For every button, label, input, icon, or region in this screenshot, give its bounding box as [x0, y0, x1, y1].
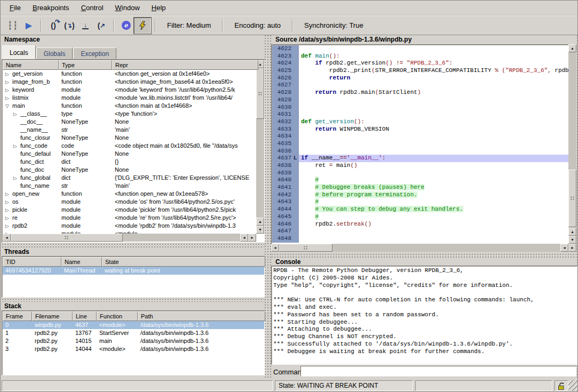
scroll-left-button[interactable]: ◄: [271, 244, 279, 252]
main-vertical-splitter[interactable]: [264, 35, 271, 379]
line-number-gutter[interactable]: 4642: [272, 191, 299, 199]
scroll-thumb[interactable]: [279, 244, 332, 252]
source-line[interactable]: 4642 # before program termination.: [272, 191, 568, 199]
table-row[interactable]: 1rpdb2.py13767StartServer/data/sys/bin/w…: [3, 329, 264, 337]
expander-icon[interactable]: ▷: [5, 70, 12, 78]
table-row[interactable]: 3rpdb2.py14044<module>/data/sys/bin/winp…: [3, 345, 264, 353]
column-header-tid[interactable]: TID: [3, 257, 61, 267]
line-number-gutter[interactable]: 4624: [272, 60, 299, 67]
line-number-gutter[interactable]: 4645: [272, 213, 299, 221]
line-number-gutter[interactable]: 4648: [272, 235, 299, 243]
line-number[interactable]: 4646: [272, 221, 291, 228]
table-row[interactable]: 46974534127920MainThreadwaiting at break…: [3, 267, 264, 275]
source-line[interactable]: 4630: [272, 104, 568, 111]
resize-grip[interactable]: [568, 380, 577, 391]
expander-icon[interactable]: ▷: [5, 206, 12, 214]
column-header-line[interactable]: Line: [73, 311, 97, 321]
line-number[interactable]: 4632: [272, 118, 291, 126]
menu-file[interactable]: File: [4, 1, 27, 14]
line-number[interactable]: 4638: [272, 162, 291, 170]
table-row[interactable]: 2rpdb2.py14015main/data/sys/bin/winpdb-1…: [3, 337, 264, 345]
source-line[interactable]: 4636: [272, 148, 568, 155]
source-line[interactable]: 4623def main():: [272, 53, 568, 60]
expander-icon[interactable]: ▷: [13, 174, 20, 182]
line-number-gutter[interactable]: 4634: [272, 133, 299, 140]
namespace-hscrollbar[interactable]: ◄ ◄ ►: [3, 234, 256, 242]
scroll-down-button[interactable]: ▼: [256, 226, 264, 234]
line-number[interactable]: 4633: [272, 126, 291, 133]
expander-icon[interactable]: ▷: [5, 198, 12, 206]
source-line[interactable]: 4629: [272, 97, 568, 104]
analyze-button[interactable]: [134, 18, 151, 34]
source-line[interactable]: 4646 rpdb2.setbreak(): [272, 221, 568, 228]
scroll-left-button[interactable]: ◄: [240, 234, 248, 242]
table-row[interactable]: ▷keywordmodule<module 'keyword' from '/u…: [3, 86, 256, 94]
line-number[interactable]: 4647: [272, 228, 291, 235]
table-row[interactable]: __name__str'main': [3, 126, 256, 134]
table-row[interactable]: func_closurNoneTypeNone: [3, 134, 256, 142]
menu-help[interactable]: Help: [146, 1, 172, 14]
expander-icon[interactable]: ▷: [5, 78, 12, 86]
line-number[interactable]: 4631: [272, 111, 291, 118]
line-number-gutter[interactable]: 4627: [272, 82, 299, 89]
line-number[interactable]: 4627: [272, 82, 291, 89]
line-number-gutter[interactable]: 4629: [272, 97, 299, 104]
line-number-gutter[interactable]: 4628: [272, 89, 299, 97]
line-number[interactable]: 4637: [272, 155, 291, 162]
scroll-thumb[interactable]: [256, 68, 264, 119]
namespace-threads-splitter[interactable]: [2, 243, 264, 247]
line-number-gutter[interactable]: 4641: [272, 184, 299, 191]
line-number[interactable]: 4645: [272, 213, 291, 221]
table-row[interactable]: ▽mainfunction<function main at 0x1ef4668…: [3, 102, 256, 110]
go-button[interactable]: ▶: [21, 18, 37, 33]
table-row[interactable]: 0winpdb.py4637<module>/data/sys/bin/winp…: [3, 321, 264, 329]
scroll-left-button[interactable]: ◄: [3, 234, 11, 242]
line-number-gutter[interactable]: 4638: [272, 162, 299, 170]
expander-icon[interactable]: ▷: [13, 142, 20, 150]
source-hscrollbar[interactable]: ◄ ◄ ►: [271, 244, 576, 252]
line-number[interactable]: 4625: [272, 67, 291, 75]
break-button[interactable]: ┇┇: [5, 18, 21, 33]
line-number-gutter[interactable]: 4625: [272, 67, 299, 75]
line-number[interactable]: 4629: [272, 97, 291, 104]
line-number-gutter[interactable]: 4635: [272, 140, 299, 148]
table-row[interactable]: ▷remodule<module 're' from '/usr/lib64/p…: [3, 214, 256, 222]
line-number-gutter[interactable]: 4631: [272, 111, 299, 118]
line-number[interactable]: 4622: [272, 45, 291, 53]
column-header-frame[interactable]: Frame: [3, 311, 32, 321]
column-header-name[interactable]: Name: [3, 60, 59, 70]
table-row[interactable]: ▷open_newfunction<function open_new at 0…: [3, 190, 256, 198]
line-number-gutter[interactable]: 4646: [272, 221, 299, 228]
column-header-repr[interactable]: Repr: [112, 60, 258, 70]
column-header-function[interactable]: Function: [97, 311, 138, 321]
scroll-up-button[interactable]: ▲: [568, 44, 576, 52]
source-view[interactable]: 46224623def main():4624 if rpdb2.get_ver…: [271, 44, 569, 245]
table-row[interactable]: ▷osmodule<module 'os' from '/usr/lib64/p…: [3, 198, 256, 206]
source-line[interactable]: 4640 #: [272, 177, 568, 184]
menu-control[interactable]: Control: [75, 1, 109, 14]
source-line[interactable]: 4628 return rpdb2.main(StartClient): [272, 89, 568, 97]
scroll-right-button[interactable]: ►: [568, 244, 576, 252]
expander-icon[interactable]: ▷: [5, 86, 12, 94]
source-vscrollbar[interactable]: ▲ ▲ ▼: [568, 44, 576, 244]
line-number[interactable]: 4626: [272, 75, 291, 82]
table-row[interactable]: func_dictdict{}: [3, 158, 256, 166]
table-row[interactable]: ▷picklemodule<module 'pickle' from '/usr…: [3, 206, 256, 214]
source-line[interactable]: 4639: [272, 170, 568, 177]
source-line[interactable]: 4641 # Debuggee breaks (pauses) here: [272, 184, 568, 191]
menu-window[interactable]: Window: [109, 1, 146, 14]
line-number-gutter[interactable]: 4626: [272, 75, 299, 82]
source-line[interactable]: 4624 if rpdb2.get_version() != "RPDB_2_3…: [272, 60, 568, 67]
source-line[interactable]: 4627: [272, 82, 568, 89]
table-row[interactable]: ▷__class__type<type 'function'>: [3, 110, 256, 118]
expander-icon[interactable]: ▷: [5, 214, 12, 222]
line-number-gutter[interactable]: 4633: [272, 126, 299, 133]
menu-breakpoints[interactable]: Breakpoints: [27, 1, 75, 14]
line-number-gutter[interactable]: 4636: [272, 148, 299, 155]
source-line[interactable]: 4643 #: [272, 198, 568, 206]
scroll-thumb[interactable]: [11, 234, 123, 242]
table-row[interactable]: ▷func_globaldict{'DLG_EXPR_TITLE': 'Ente…: [3, 174, 256, 182]
table-row[interactable]: ▷get_versionfunction<function get_versio…: [3, 70, 256, 78]
source-line[interactable]: 4645 #: [272, 213, 568, 221]
source-line[interactable]: 4635: [272, 140, 568, 148]
